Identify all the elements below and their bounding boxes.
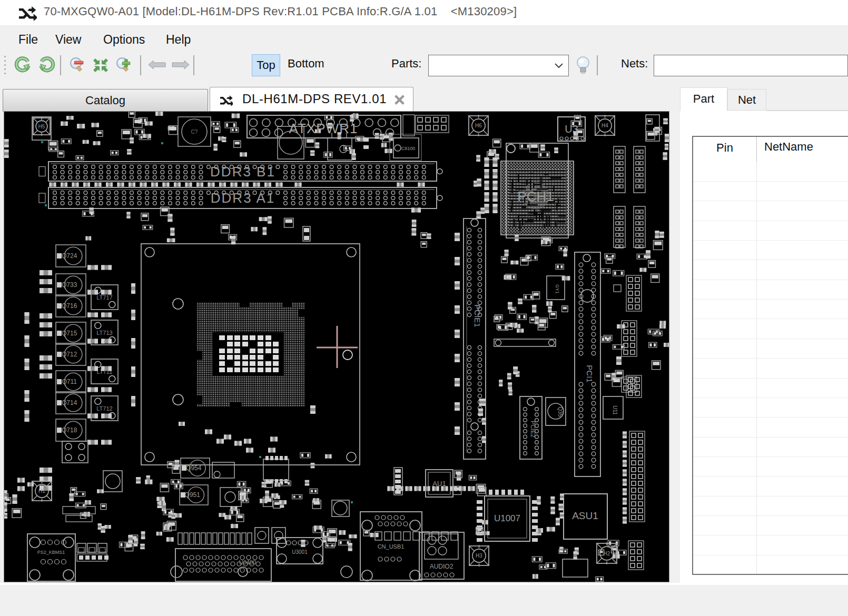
- svg-text:PCH1: PCH1: [517, 188, 554, 204]
- svg-text:LT717: LT717: [96, 294, 112, 301]
- svg-text:DDR3 B1: DDR3 B1: [210, 164, 275, 180]
- svg-text:Q711: Q711: [62, 378, 77, 385]
- svg-text:Q712: Q712: [62, 351, 77, 358]
- svg-text:H2: H2: [604, 551, 610, 557]
- svg-text:Q733: Q733: [62, 281, 77, 289]
- svg-text:DDR3 A1: DDR3 A1: [211, 190, 275, 206]
- svg-text:Q718: Q718: [62, 426, 77, 434]
- svg-text:Q724: Q724: [62, 252, 77, 260]
- svg-text:U0400: U0400: [239, 559, 256, 565]
- svg-text:CN_USB1: CN_USB1: [378, 543, 405, 550]
- svg-text:H6: H6: [475, 123, 482, 128]
- svg-text:ATXPWR1: ATXPWR1: [289, 121, 358, 136]
- svg-text:PCIE1: PCIE1: [473, 304, 482, 327]
- svg-text:H4: H4: [602, 123, 608, 128]
- svg-text:H3: H3: [476, 553, 482, 559]
- svg-text:H5: H5: [38, 124, 45, 130]
- svg-text:Q35: Q35: [557, 407, 563, 417]
- svg-text:Q954: Q954: [186, 464, 202, 472]
- svg-text:GY1: GY1: [555, 284, 560, 294]
- svg-text:PS2_KBMS1: PS2_KBMS1: [37, 550, 65, 555]
- svg-text:U1007: U1007: [494, 513, 520, 523]
- svg-text:PCI1: PCI1: [585, 365, 594, 382]
- svg-text:U3001: U3001: [292, 549, 308, 555]
- svg-text:AUDIO2: AUDIO2: [430, 563, 453, 570]
- svg-text:H1: H1: [38, 488, 45, 494]
- svg-text:ASU1: ASU1: [572, 510, 598, 521]
- svg-text:LT713: LT713: [96, 330, 112, 336]
- svg-text:Q716: Q716: [62, 302, 77, 310]
- svg-text:C?: C?: [191, 129, 198, 135]
- svg-text:C8100: C8100: [401, 146, 416, 151]
- svg-text:LT712: LT712: [96, 405, 112, 412]
- svg-text:Q951: Q951: [185, 491, 201, 499]
- svg-text:U11: U11: [612, 405, 618, 415]
- svg-text:PCIE2: PCIE2: [530, 421, 536, 438]
- svg-text:Q715: Q715: [62, 330, 77, 337]
- svg-text:Q714: Q714: [62, 399, 77, 406]
